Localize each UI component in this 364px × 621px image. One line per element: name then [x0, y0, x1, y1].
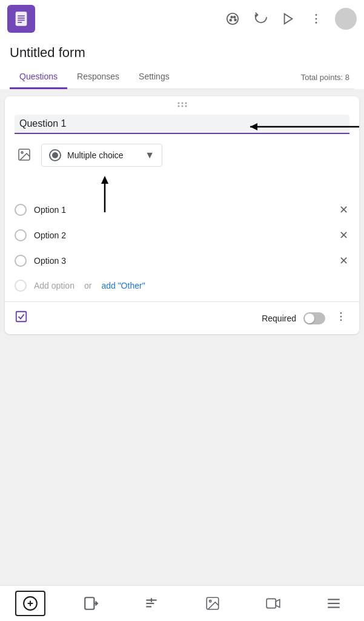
svg-point-15	[181, 102, 183, 104]
required-label: Required	[262, 314, 296, 323]
form-title: Untitled form	[10, 42, 354, 63]
add-circle-icon	[22, 596, 38, 611]
drag-handle-icon	[176, 101, 188, 107]
svg-point-40	[209, 600, 211, 602]
avatar[interactable]	[335, 8, 357, 30]
question-card: Multiple choice ▼ Option 1 ✕ Option 2 ✕	[5, 96, 359, 334]
svg-point-8	[234, 16, 236, 18]
type-dropdown[interactable]: Multiple choice ▼	[41, 144, 162, 167]
svg-point-11	[316, 14, 317, 16]
svg-rect-0	[16, 12, 27, 25]
svg-point-17	[177, 106, 179, 107]
svg-point-27	[340, 312, 342, 314]
svg-point-6	[230, 19, 231, 21]
dropdown-arrow-icon: ▼	[145, 150, 154, 161]
add-other-link[interactable]: add "Other"	[101, 281, 145, 290]
forms-logo-icon	[13, 10, 30, 27]
section-icon	[326, 596, 342, 611]
main-content: Multiple choice ▼ Option 1 ✕ Option 2 ✕	[0, 89, 364, 349]
add-option-radio	[15, 280, 27, 292]
add-image-button[interactable]	[15, 145, 34, 166]
palette-icon	[226, 12, 239, 25]
add-video-button[interactable]	[258, 591, 288, 616]
add-option-text[interactable]: Add option	[34, 281, 74, 290]
svg-point-14	[177, 102, 179, 104]
type-label: Multiple choice	[67, 150, 139, 160]
multiple-choice-icon	[49, 149, 61, 161]
option-3-radio[interactable]	[15, 255, 27, 267]
option-1-radio[interactable]	[15, 204, 27, 216]
svg-marker-10	[285, 14, 293, 24]
form-title-area: Untitled form Questions Responses Settin…	[0, 38, 364, 89]
svg-rect-26	[16, 312, 27, 322]
add-title-button[interactable]	[136, 591, 167, 616]
svg-point-9	[234, 19, 236, 21]
svg-point-23	[21, 152, 23, 153]
add-option-row: Add option or add "Other"	[15, 274, 349, 301]
card-footer: Required	[5, 301, 359, 334]
send-icon	[282, 12, 295, 25]
or-separator: or	[84, 281, 91, 290]
option-3-label: Option 3	[34, 256, 331, 266]
option-1-label: Option 1	[34, 205, 331, 215]
import-questions-button[interactable]	[76, 591, 106, 616]
question-header	[5, 110, 359, 144]
tab-questions[interactable]: Questions	[10, 65, 67, 89]
image-icon	[17, 147, 31, 162]
drag-handle[interactable]	[5, 96, 359, 110]
palette-button[interactable]	[223, 10, 242, 28]
import-icon	[83, 596, 99, 611]
svg-marker-25	[101, 176, 108, 184]
undo-button[interactable]	[251, 10, 270, 28]
option-row: Option 2 ✕	[15, 223, 349, 248]
app-icon	[7, 5, 35, 33]
option-3-delete[interactable]: ✕	[338, 254, 349, 267]
title-icon	[144, 596, 159, 611]
more-options-button[interactable]	[307, 10, 325, 28]
options-list: Option 1 ✕ Option 2 ✕ Option 3 ✕ Add opt…	[5, 197, 359, 301]
svg-rect-41	[266, 599, 276, 608]
svg-point-29	[340, 320, 342, 321]
top-bar	[0, 0, 364, 38]
svg-rect-33	[85, 597, 94, 609]
footer-more-button[interactable]	[333, 309, 349, 327]
option-2-radio[interactable]	[15, 229, 27, 241]
add-image-toolbar-button[interactable]	[197, 591, 228, 616]
image-toolbar-icon	[205, 596, 220, 611]
option-2-delete[interactable]: ✕	[338, 229, 349, 242]
option-1-delete[interactable]: ✕	[338, 203, 349, 217]
svg-point-7	[231, 16, 233, 18]
svg-marker-42	[276, 600, 280, 608]
svg-point-5	[227, 13, 238, 24]
more-vertical-icon	[309, 12, 323, 25]
top-bar-actions	[223, 8, 357, 30]
required-toggle[interactable]	[303, 312, 325, 324]
bottom-toolbar	[0, 585, 364, 621]
option-row: Option 3 ✕	[15, 248, 349, 274]
svg-point-19	[185, 106, 187, 107]
send-button[interactable]	[279, 10, 297, 28]
tab-settings[interactable]: Settings	[129, 65, 179, 89]
add-question-button[interactable]	[15, 591, 45, 616]
option-row: Option 1 ✕	[15, 197, 349, 223]
tab-responses[interactable]: Responses	[67, 65, 129, 89]
checkbox-check-icon	[15, 310, 28, 323]
question-type-row: Multiple choice ▼	[5, 144, 359, 197]
option-2-label: Option 2	[34, 230, 331, 240]
svg-point-16	[185, 102, 187, 104]
checkbox-icon	[15, 310, 28, 326]
question-title-input[interactable]	[15, 115, 349, 134]
undo-icon	[254, 12, 267, 25]
total-points: Total points: 8	[296, 67, 354, 88]
video-icon	[265, 596, 281, 611]
svg-point-28	[340, 316, 342, 318]
svg-point-12	[316, 18, 317, 20]
add-section-button[interactable]	[319, 591, 349, 616]
footer-more-icon	[335, 310, 347, 323]
svg-point-18	[181, 106, 183, 107]
tabs: Questions Responses Settings Total point…	[10, 65, 354, 89]
toggle-knob	[305, 314, 314, 323]
svg-point-13	[316, 22, 317, 24]
